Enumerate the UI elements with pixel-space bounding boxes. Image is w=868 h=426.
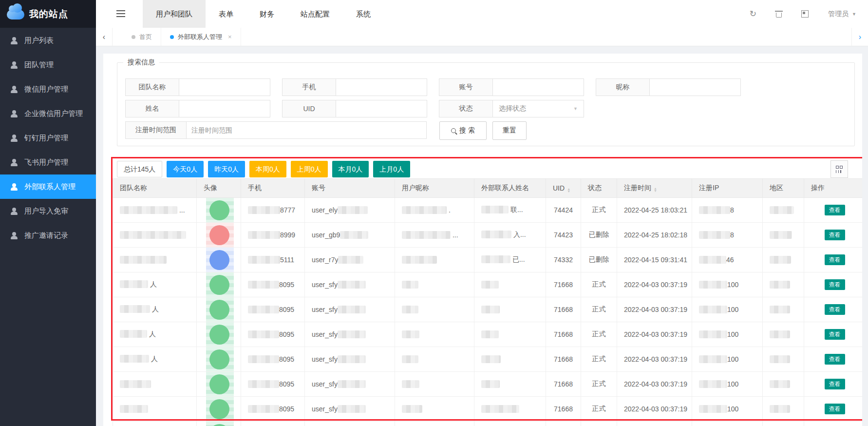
- sidebar-item[interactable]: 钉钉用户管理: [0, 126, 96, 150]
- tabs-scroll-right-icon[interactable]: ›: [851, 28, 868, 46]
- redacted-phone: [248, 206, 280, 214]
- cell-reg-ip: 100: [692, 422, 763, 426]
- cell-account: user_sfy: [305, 422, 395, 426]
- cell-account: user_r7y: [305, 248, 395, 272]
- sidebar-item[interactable]: 微信用户管理: [0, 77, 96, 101]
- field-input[interactable]: [336, 78, 427, 96]
- date-range-input[interactable]: [186, 121, 427, 139]
- field-input[interactable]: [179, 100, 270, 117]
- column-settings-button[interactable]: [830, 160, 848, 178]
- cell-region: [763, 223, 804, 248]
- cell-team-name: ...: [113, 198, 197, 223]
- sidebar-item[interactable]: 外部联系人管理: [0, 174, 96, 199]
- table-row: 人 8095 user_sfy 71668 正式 2022-04-03 00:3…: [113, 297, 863, 322]
- field-input[interactable]: [336, 100, 427, 117]
- field-input[interactable]: [492, 78, 584, 96]
- cell-uid: 71668: [546, 322, 581, 347]
- field-input[interactable]: [649, 78, 741, 96]
- search-field: UID: [282, 100, 427, 117]
- cell-avatar: [197, 422, 241, 426]
- search-button[interactable]: 搜 索: [439, 121, 487, 140]
- view-button[interactable]: 查看: [825, 205, 845, 215]
- cell-region: [763, 272, 804, 297]
- view-button[interactable]: 查看: [825, 304, 845, 315]
- sort-icon[interactable]: ▲▼: [567, 188, 570, 193]
- nav-tab[interactable]: 财务: [246, 0, 287, 28]
- sidebar-item-icon: [10, 232, 18, 239]
- reset-button[interactable]: 重置: [492, 121, 527, 140]
- redacted-team-name: [120, 330, 147, 338]
- page-tab[interactable]: 外部联系人管理 ×: [161, 28, 241, 46]
- status-select[interactable]: 选择状态 ▼: [492, 100, 584, 117]
- redacted-account: [338, 380, 366, 388]
- cell-uid: 71668: [546, 347, 581, 372]
- trash-icon[interactable]: [776, 11, 782, 18]
- sidebar-item[interactable]: 企业微信用户管理: [0, 101, 96, 126]
- sidebar-item[interactable]: 团队管理: [0, 53, 96, 77]
- cell-phone: 8095: [241, 397, 305, 422]
- field-label: UID: [282, 100, 336, 117]
- cell-action: 查看: [804, 198, 863, 223]
- cell-region: [763, 397, 804, 422]
- cell-contact-name: 联...: [474, 198, 546, 223]
- date-range-field: 注册时间范围: [125, 121, 427, 140]
- close-icon[interactable]: ×: [228, 33, 232, 40]
- redacted-phone: [248, 330, 279, 338]
- column-header: 用户昵称: [395, 179, 474, 198]
- reset-button-label: 重置: [503, 126, 516, 135]
- fullscreen-icon[interactable]: [801, 10, 809, 18]
- redacted-account: [338, 405, 366, 413]
- stat-badge[interactable]: 今天0人: [167, 161, 204, 177]
- cell-contact-name: [474, 422, 546, 426]
- cell-status: 正式: [581, 297, 617, 322]
- cell-reg-ip: 100: [692, 347, 763, 372]
- refresh-icon[interactable]: ↻: [750, 10, 756, 18]
- cell-team-name: [113, 372, 197, 397]
- stat-badge[interactable]: 昨天0人: [208, 161, 245, 177]
- page-tab[interactable]: 首页: [123, 28, 161, 46]
- view-button[interactable]: 查看: [825, 404, 845, 414]
- sidebar-item[interactable]: 推广邀请记录: [0, 223, 96, 248]
- cell-region: [763, 347, 804, 372]
- search-field: 团队名称: [125, 78, 270, 96]
- cell-reg-time: 2022-04-03 00:37:19: [617, 372, 692, 397]
- table-row: 8999 user_gb9 ... 入... 74423 已删除 2022-04…: [113, 223, 863, 248]
- cell-status: 正式: [581, 198, 617, 223]
- sidebar-item-label: 推广邀请记录: [24, 231, 68, 240]
- view-button[interactable]: 查看: [825, 279, 845, 290]
- sort-icon[interactable]: ▲▼: [654, 187, 657, 192]
- tabs-scroll-left-icon[interactable]: ‹: [96, 28, 113, 46]
- view-button[interactable]: 查看: [825, 329, 845, 340]
- nav-tab[interactable]: 系统: [343, 0, 384, 28]
- redacted-contact-name: [481, 255, 510, 263]
- sidebar-item[interactable]: 用户列表: [0, 28, 96, 53]
- view-button[interactable]: 查看: [825, 354, 845, 365]
- cell-uid: 74332: [546, 248, 581, 272]
- stat-badge[interactable]: 本周0人: [249, 161, 286, 177]
- view-button[interactable]: 查看: [825, 379, 845, 389]
- redacted-team-name: [120, 256, 167, 264]
- stat-badge[interactable]: 上月0人: [373, 161, 410, 177]
- sidebar-item[interactable]: 用户导入免审: [0, 199, 96, 223]
- cell-team-name: [113, 223, 197, 248]
- view-button[interactable]: 查看: [825, 230, 845, 240]
- field-input[interactable]: [179, 78, 270, 96]
- sidebar-item[interactable]: 飞书用户管理: [0, 150, 96, 174]
- search-row-2: 姓名 UID 状态 选择状态 ▼: [125, 100, 596, 117]
- stat-badge[interactable]: 总计145人: [117, 161, 162, 177]
- view-button[interactable]: 查看: [825, 254, 845, 265]
- stat-badge[interactable]: 本月0人: [332, 161, 369, 177]
- admin-menu[interactable]: 管理员 ▼: [828, 10, 856, 19]
- redacted-ip: [699, 405, 727, 413]
- nav-tab[interactable]: 表单: [206, 0, 246, 28]
- redacted-ip: [699, 231, 730, 239]
- stat-badge[interactable]: 上周0人: [291, 161, 328, 177]
- nav-tab[interactable]: 用户和团队: [143, 0, 206, 28]
- table-row: ... 8777 user_ely . 联... 74424 正式 2022-0…: [113, 198, 863, 223]
- contacts-table: 团队名称头像手机账号用户昵称外部联系人姓名UID▲▼状态注册时间▲▼注册IP地区…: [113, 178, 862, 426]
- avatar-circle: [209, 200, 229, 220]
- nav-tab[interactable]: 站点配置: [287, 0, 343, 28]
- cell-contact-name: 已...: [474, 248, 546, 272]
- table-header-row: 团队名称头像手机账号用户昵称外部联系人姓名UID▲▼状态注册时间▲▼注册IP地区…: [113, 179, 863, 198]
- collapse-menu-icon[interactable]: [116, 10, 125, 17]
